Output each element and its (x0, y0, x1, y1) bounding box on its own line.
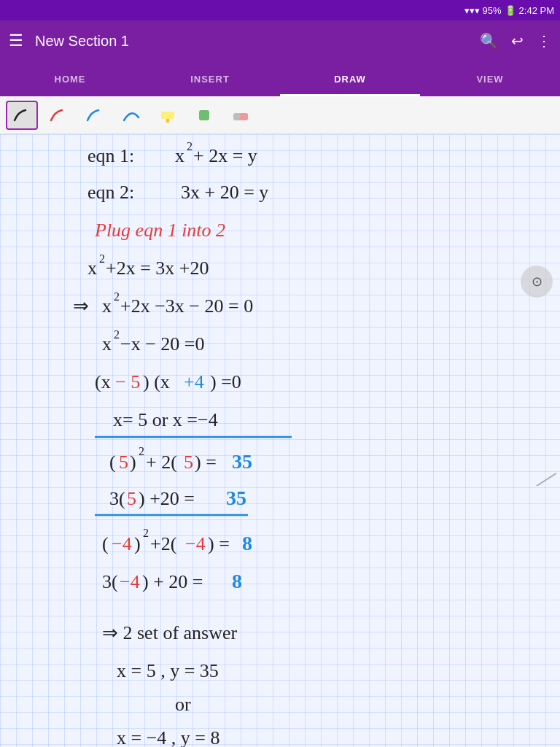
tab-view[interactable]: VIEW (420, 61, 560, 96)
svg-text:) + 20  =: ) + 20 = (142, 571, 203, 592)
svg-text:8: 8 (232, 570, 242, 592)
svg-text:+2x = 3x +20: +2x = 3x +20 (106, 258, 209, 279)
tab-home[interactable]: HOME (0, 61, 140, 96)
svg-text:x =  5  ,  y = 35: x = 5 , y = 35 (117, 660, 219, 681)
svg-text:−x − 20  =0: −x − 20 =0 (120, 333, 205, 355)
wifi-icon: ▾▾▾ (464, 5, 480, 16)
svg-text:3(: 3( (109, 488, 125, 509)
tab-insert[interactable]: INSERT (140, 61, 280, 96)
app-bar: ☰ New Section 1 🔍 ↩ ⋮ (0, 20, 560, 61)
svg-text:x= 5  or    x =−4: x= 5 or x =−4 (113, 409, 218, 430)
pen-curve-tool[interactable] (115, 101, 147, 130)
svg-text:− 5: − 5 (115, 371, 140, 392)
undo-button[interactable]: ↩ (511, 32, 524, 50)
svg-text:+2(: +2( (150, 533, 176, 554)
svg-text:8: 8 (242, 532, 252, 554)
eraser-tool[interactable] (225, 101, 257, 130)
svg-rect-4 (240, 113, 248, 120)
svg-rect-2 (199, 110, 209, 120)
svg-text:+2x −3x − 20 = 0: +2x −3x − 20 = 0 (120, 295, 253, 317)
svg-text:or: or (175, 694, 191, 715)
svg-text:+ 2(: + 2( (146, 452, 177, 473)
search-button[interactable]: 🔍 (480, 32, 498, 50)
canvas-area[interactable]: eqn 1: x 2 + 2x = y eqn 2: 3x + 20 = y P… (0, 134, 560, 747)
pen-blue-tool[interactable] (79, 101, 111, 130)
svg-text:3x + 20 = y: 3x + 20 = y (181, 182, 268, 203)
svg-text:2: 2 (187, 140, 192, 152)
svg-text:): ) (130, 452, 136, 473)
svg-text:x: x (88, 258, 97, 279)
time: 2:42 PM (519, 5, 554, 16)
svg-text:x: x (102, 333, 112, 355)
svg-text:) +20  =: ) +20 = (139, 488, 195, 509)
svg-text:(: ( (102, 533, 109, 554)
tab-bar: HOME INSERT DRAW VIEW (0, 61, 560, 96)
svg-text:) =: ) = (195, 452, 217, 473)
svg-text:+ 2x = y: + 2x = y (193, 145, 257, 166)
more-options-button[interactable]: ⋮ (537, 32, 551, 50)
svg-text:)  (x: ) (x (143, 371, 170, 392)
battery-percent: 95% (483, 5, 502, 16)
app-bar-icons: 🔍 ↩ ⋮ (480, 32, 551, 50)
svg-text:35: 35 (232, 450, 252, 473)
svg-text:(x: (x (95, 371, 111, 392)
svg-text:2: 2 (143, 527, 149, 539)
svg-rect-0 (161, 112, 174, 119)
svg-text:−4: −4 (120, 571, 140, 592)
svg-text:5: 5 (184, 452, 193, 473)
svg-text:x: x (175, 145, 184, 166)
battery-icon: 🔋 (505, 5, 516, 16)
svg-text:35: 35 (226, 487, 246, 509)
svg-text:x: x (102, 295, 112, 317)
svg-text:⇒: ⇒ (73, 295, 89, 317)
svg-text:−4: −4 (185, 533, 206, 554)
pen-red-tool[interactable] (42, 101, 74, 130)
svg-rect-1 (166, 119, 169, 123)
svg-text:⇒  2  set   of   answer: ⇒ 2 set of answer (102, 622, 238, 643)
app-title: New Section 1 (35, 33, 480, 50)
svg-text:eqn 1:: eqn 1: (88, 145, 134, 166)
svg-text:+4: +4 (184, 371, 204, 392)
highlighter-tool[interactable] (152, 101, 184, 130)
svg-text:5: 5 (127, 488, 136, 509)
handwriting-canvas[interactable]: eqn 1: x 2 + 2x = y eqn 2: 3x + 20 = y P… (0, 134, 560, 747)
svg-text:(: ( (109, 452, 116, 473)
svg-text:Plug  eqn 1  into  2: Plug eqn 1 into 2 (94, 220, 225, 241)
draw-toolbar (0, 96, 560, 134)
svg-text:−4: −4 (112, 533, 132, 554)
svg-text:x = −4  ,  y = 8: x = −4 , y = 8 (117, 727, 220, 747)
menu-button[interactable]: ☰ (9, 31, 23, 50)
svg-text:) =: ) = (208, 533, 230, 554)
pen-black-tool[interactable] (6, 101, 38, 130)
status-bar: ▾▾▾ 95% 🔋 2:42 PM (0, 0, 560, 20)
tab-draw[interactable]: DRAW (280, 61, 420, 96)
svg-text:2: 2 (114, 290, 120, 303)
svg-text:): ) (134, 533, 141, 554)
svg-text:3(: 3( (102, 571, 118, 592)
status-icons: ▾▾▾ 95% 🔋 2:42 PM (464, 5, 554, 16)
zoom-button[interactable]: ⊙ (521, 266, 553, 298)
svg-text:2: 2 (114, 328, 120, 341)
marker-tool[interactable] (188, 101, 220, 130)
svg-text:5: 5 (119, 452, 128, 473)
svg-text:eqn 2:: eqn 2: (88, 182, 134, 203)
svg-text:) =0: ) =0 (210, 371, 241, 392)
svg-text:2: 2 (99, 252, 105, 265)
svg-text:2: 2 (139, 445, 144, 457)
